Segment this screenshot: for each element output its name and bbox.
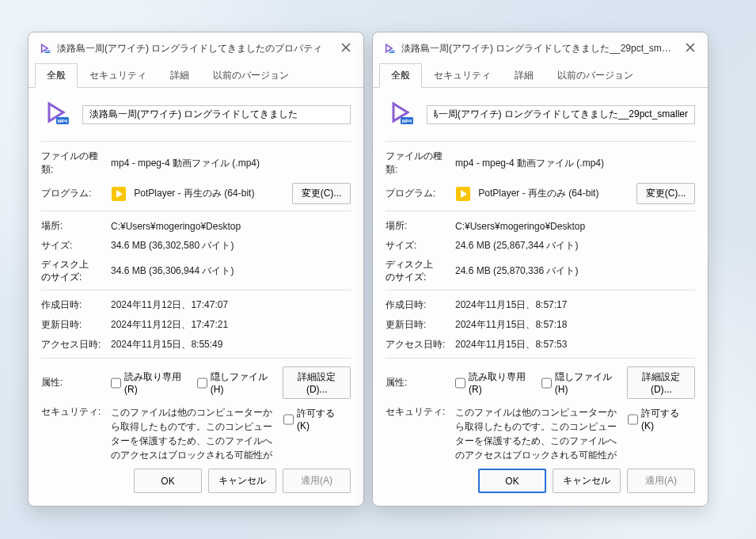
size-on-disk-value: 24.6 MB (25,870,336 バイト) <box>455 264 695 278</box>
readonly-checkbox[interactable] <box>455 378 465 389</box>
attributes-label: 属性: <box>41 376 104 389</box>
location-value: C:¥Users¥mogeringo¥Desktop <box>455 221 695 232</box>
tab-content: MP4 ファイルの種類: mp4 - mpeg-4 動画ファイル (.mp4) … <box>373 88 708 459</box>
advanced-button[interactable]: 詳細設定(D)... <box>627 366 695 399</box>
size-value: 24.6 MB (25,867,344 バイト) <box>455 239 695 252</box>
readonly-checkbox-wrap[interactable]: 読み取り専用(R) <box>455 370 527 395</box>
svg-text:MP4: MP4 <box>58 119 68 123</box>
tab-bar: 全般 セキュリティ 詳細 以前のバージョン <box>28 63 363 88</box>
location-label: 場所: <box>386 219 449 233</box>
location-label: 場所: <box>41 219 104 233</box>
divider <box>41 141 351 142</box>
advanced-button[interactable]: 詳細設定(D)... <box>283 366 351 399</box>
apply-button[interactable]: 適用(A) <box>627 469 695 493</box>
created-value: 2024年11月12日、17:47:07 <box>111 298 351 312</box>
tab-previous-versions[interactable]: 以前のバージョン <box>545 63 645 88</box>
accessed-value: 2024年11月15日、8:57:53 <box>455 338 695 351</box>
window-title: 淡路島一周(アワイチ) ロングライドしてきましたのプロパティ <box>57 42 330 55</box>
tab-security[interactable]: セキュリティ <box>422 63 503 88</box>
window-title: 淡路島一周(アワイチ) ロングライドしてきました__29pct_smallerの… <box>401 42 674 55</box>
mp4-file-icon: MP4 <box>38 42 51 55</box>
allow-checkbox[interactable] <box>283 414 294 425</box>
hidden-checkbox[interactable] <box>197 378 207 389</box>
readonly-checkbox-wrap[interactable]: 読み取り専用(R) <box>111 370 183 395</box>
mp4-file-icon: MP4 <box>382 42 395 55</box>
close-icon <box>341 43 351 55</box>
tab-details[interactable]: 詳細 <box>503 63 545 88</box>
filetype-label: ファイルの種類: <box>41 150 104 177</box>
modified-label: 更新日時: <box>41 318 104 332</box>
modified-label: 更新日時: <box>386 318 449 332</box>
security-text: このファイルは他のコンピューターから取得したものです。このコンピューターを保護す… <box>455 405 621 459</box>
modified-value: 2024年11月15日、8:57:18 <box>455 318 695 332</box>
allow-label: 許可する(K) <box>297 407 343 431</box>
size-label: サイズ: <box>386 239 449 252</box>
filetype-label: ファイルの種類: <box>386 150 449 177</box>
tab-general[interactable]: 全般 <box>35 63 78 88</box>
potplayer-icon <box>455 186 471 202</box>
filetype-value: mp4 - mpeg-4 動画ファイル (.mp4) <box>111 157 351 170</box>
hidden-checkbox[interactable] <box>541 378 552 389</box>
hidden-checkbox-wrap[interactable]: 隠しファイル(H) <box>541 370 614 395</box>
cancel-button[interactable]: キャンセル <box>553 469 621 493</box>
titlebar[interactable]: MP4 淡路島一周(アワイチ) ロングライドしてきました__29pct_smal… <box>373 32 708 63</box>
ok-button[interactable]: OK <box>478 469 546 493</box>
hidden-label: 隠しファイル(H) <box>555 370 614 395</box>
filetype-value: mp4 - mpeg-4 動画ファイル (.mp4) <box>455 157 695 170</box>
dialog-footer: OK キャンセル 適用(A) <box>373 459 708 506</box>
properties-dialog-2: MP4 淡路島一周(アワイチ) ロングライドしてきました__29pct_smal… <box>372 32 709 507</box>
divider <box>41 358 351 359</box>
program-value: PotPlayer - 再生のみ (64-bit) <box>455 186 630 202</box>
size-value: 34.6 MB (36,302,580 バイト) <box>111 239 351 252</box>
created-label: 作成日時: <box>386 298 449 312</box>
close-button[interactable] <box>336 39 355 58</box>
allow-checkbox[interactable] <box>628 414 638 425</box>
created-value: 2024年11月15日、8:57:17 <box>455 298 695 312</box>
program-name: PotPlayer - 再生のみ (64-bit) <box>134 188 254 199</box>
close-button[interactable] <box>681 39 700 58</box>
titlebar[interactable]: MP4 淡路島一周(アワイチ) ロングライドしてきましたのプロパティ <box>28 32 363 63</box>
svg-text:MP4: MP4 <box>389 50 394 53</box>
accessed-value: 2024年11月15日、8:55:49 <box>111 338 351 351</box>
security-text: このファイルは他のコンピューターから取得したものです。このコンピューターを保護す… <box>111 405 277 459</box>
divider <box>386 141 695 142</box>
change-program-button[interactable]: 変更(C)... <box>636 183 695 204</box>
allow-label: 許可する(K) <box>641 407 687 431</box>
allow-checkbox-wrap[interactable]: 許可する(K) <box>283 407 343 431</box>
cancel-button[interactable]: キャンセル <box>208 469 276 493</box>
divider <box>386 358 695 359</box>
filename-input[interactable] <box>82 105 351 124</box>
divider <box>41 211 351 211</box>
hidden-label: 隠しファイル(H) <box>211 370 269 395</box>
program-name: PotPlayer - 再生のみ (64-bit) <box>478 188 598 199</box>
program-label: プログラム: <box>41 187 104 200</box>
apply-button[interactable]: 適用(A) <box>283 469 351 493</box>
tab-security[interactable]: セキュリティ <box>78 63 158 88</box>
svg-text:MP4: MP4 <box>402 119 412 123</box>
mp4-large-icon: MP4 <box>386 99 420 130</box>
filename-input[interactable] <box>427 105 695 124</box>
attributes-label: 属性: <box>386 376 449 389</box>
change-program-button[interactable]: 変更(C)... <box>292 183 351 204</box>
accessed-label: アクセス日時: <box>386 338 449 351</box>
close-icon <box>686 43 695 55</box>
tab-details[interactable]: 詳細 <box>158 63 201 88</box>
readonly-label: 読み取り専用(R) <box>469 370 527 395</box>
allow-checkbox-wrap[interactable]: 許可する(K) <box>628 407 687 431</box>
tab-previous-versions[interactable]: 以前のバージョン <box>201 63 301 88</box>
created-label: 作成日時: <box>41 298 104 312</box>
potplayer-icon <box>111 186 127 202</box>
readonly-checkbox[interactable] <box>111 378 121 389</box>
accessed-label: アクセス日時: <box>41 338 104 351</box>
size-label: サイズ: <box>41 239 104 252</box>
tab-general[interactable]: 全般 <box>379 63 422 88</box>
size-on-disk-label: ディスク上 のサイズ: <box>41 259 104 283</box>
divider <box>386 290 695 290</box>
program-value: PotPlayer - 再生のみ (64-bit) <box>111 186 286 202</box>
size-on-disk-label: ディスク上 のサイズ: <box>386 259 449 283</box>
hidden-checkbox-wrap[interactable]: 隠しファイル(H) <box>197 370 269 395</box>
divider <box>386 211 695 211</box>
svg-text:MP4: MP4 <box>45 50 50 53</box>
modified-value: 2024年11月12日、17:47:21 <box>111 318 351 332</box>
ok-button[interactable]: OK <box>134 469 202 493</box>
